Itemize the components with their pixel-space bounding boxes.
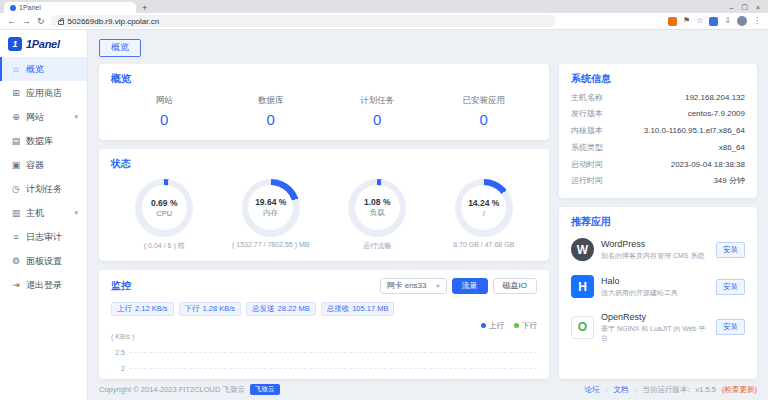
route-tab-overview[interactable]: 概览 xyxy=(99,39,141,57)
extension-orange-icon[interactable] xyxy=(668,17,677,26)
sidebar-item-database[interactable]: ▤ 数据库 xyxy=(0,129,87,153)
check-update-link[interactable]: (检查更新) xyxy=(722,385,757,395)
system-info-card: 系统信息 主机名称 192.168.204.132 发行版本 centos-7.… xyxy=(559,64,757,199)
url-text: 502669db.r9.vip.cpolar.cn xyxy=(68,17,160,26)
status-card-title: 状态 xyxy=(111,157,537,171)
logo-text: 1Panel xyxy=(26,38,60,50)
disk-io-button[interactable]: 磁盘IO xyxy=(493,278,537,294)
profile-avatar[interactable] xyxy=(737,16,747,26)
new-tab-button[interactable]: + xyxy=(142,3,147,13)
legend-up[interactable]: 上行 xyxy=(481,321,504,331)
gauge-percent: 19.64 % xyxy=(255,197,286,207)
bookmark-star-icon[interactable]: ☆ xyxy=(696,17,703,25)
sidebar-item-label: 应用商店 xyxy=(26,87,62,100)
info-row-boot-time: 启动时间 2023-09-04 18:38:38 xyxy=(571,157,745,174)
down-rate-tag: 下行1.28 KB/s xyxy=(179,302,242,316)
sidebar-item-website[interactable]: ⊕ 网站 ▾ xyxy=(0,105,87,129)
recommended-apps-title: 推荐应用 xyxy=(571,215,745,229)
main-content: 概览 概览 网站 0 数据库 0 xyxy=(88,30,768,400)
sidebar-item-logs[interactable]: ≡ 日志审计 xyxy=(0,225,87,249)
forward-icon[interactable]: → xyxy=(22,17,31,26)
info-row-release: 发行版本 centos-7.9.2009 xyxy=(571,106,745,123)
window-maximize-icon[interactable]: ▢ xyxy=(741,3,748,11)
stat-database[interactable]: 数据库 0 xyxy=(218,95,325,128)
install-halo-button[interactable]: 安装 xyxy=(716,279,745,295)
install-openresty-button[interactable]: 安装 xyxy=(716,319,745,335)
footer-brand-badge[interactable]: 飞致云 xyxy=(250,384,280,394)
window-close-icon[interactable]: × xyxy=(756,4,760,11)
reload-icon[interactable]: ↻ xyxy=(37,17,45,26)
sidebar-item-overview[interactable]: ⌂ 概览 xyxy=(0,57,87,81)
sidebar-item-container[interactable]: ▣ 容器 xyxy=(0,153,87,177)
gridline xyxy=(129,352,537,353)
docs-link[interactable]: 文档 xyxy=(614,385,629,395)
stat-installed-apps[interactable]: 已安装应用 0 xyxy=(431,95,538,128)
total-sent-tag: 总发送28.22 MB xyxy=(246,302,316,316)
sidebar-item-logout[interactable]: ⇥ 退出登录 xyxy=(0,273,87,297)
container-icon: ▣ xyxy=(11,160,21,170)
openresty-icon: O xyxy=(571,316,594,339)
gauge-percent: 0.69 % xyxy=(151,198,177,208)
chevron-down-icon: ▾ xyxy=(74,113,78,121)
gauge-center: 19.64 % 内存 xyxy=(248,185,293,230)
gauge-percent: 1.08 % xyxy=(364,197,390,207)
sidebar-nav: ⌂ 概览 ⊞ 应用商店 ⊕ 网站 ▾ ▤ 数据库 ▣ 容 xyxy=(0,57,87,297)
install-wordpress-button[interactable]: 安装 xyxy=(716,242,745,258)
tab-favicon xyxy=(10,5,16,11)
grid-icon: ⊞ xyxy=(11,88,21,98)
traffic-button[interactable]: 流量 xyxy=(452,278,488,294)
logo-shield-icon: 1 xyxy=(8,37,22,51)
info-row-uptime: 运行时间 349 分钟 xyxy=(571,173,745,190)
overview-card: 概览 网站 0 数据库 0 计划任务 xyxy=(99,64,549,140)
home-icon: ⌂ xyxy=(11,64,21,74)
legend-down[interactable]: 下行 xyxy=(514,321,537,331)
app-item-openresty: O OpenResty 基于 NGINX 和 LuaJIT 的 Web 平台 安… xyxy=(571,305,745,349)
gauge-subtext: 运行流畅 xyxy=(363,241,391,251)
sidebar-item-app-store[interactable]: ⊞ 应用商店 xyxy=(0,81,87,105)
nic-select[interactable]: 网卡 ens33 ▾ xyxy=(380,278,447,294)
gauge-ring: 19.64 % 内存 xyxy=(242,179,300,237)
monitor-card-title: 监控 xyxy=(111,279,131,293)
load-gauge[interactable]: 1.08 % 负载 运行流畅 xyxy=(324,179,431,251)
globe-icon: ⊕ xyxy=(11,112,21,122)
disk-gauge[interactable]: 14.24 % / 8.70 GB / 47.68 GB xyxy=(431,179,538,251)
browser-menu-icon[interactable]: ⋮ xyxy=(753,17,761,25)
browser-window: 1Panel + – ▢ × ← → ↻ 502669db.r9.vip.cpo… xyxy=(0,0,768,400)
sidebar-item-settings[interactable]: ⚙ 面板设置 xyxy=(0,249,87,273)
sidebar-item-cronjob[interactable]: ◷ 计划任务 xyxy=(0,177,87,201)
flag-icon[interactable]: ⚑ xyxy=(683,17,690,25)
forum-link[interactable]: 论坛 xyxy=(585,385,600,395)
logout-icon: ⇥ xyxy=(11,280,21,290)
lock-icon xyxy=(58,20,64,25)
route-tabs: 概览 xyxy=(99,36,757,57)
extension-blue-icon[interactable] xyxy=(709,17,718,26)
sidebar-item-label: 退出登录 xyxy=(26,279,62,292)
gauge-percent: 14.24 % xyxy=(468,198,499,208)
halo-icon: H xyxy=(571,275,594,298)
footer: Copyright © 2014-2023 FIT2CLOUD 飞致云 飞致云 … xyxy=(99,379,757,400)
window-minimize-icon[interactable]: – xyxy=(729,4,733,11)
back-icon[interactable]: ← xyxy=(7,17,16,26)
overview-card-title: 概览 xyxy=(111,72,537,86)
stat-cronjob[interactable]: 计划任务 0 xyxy=(324,95,431,128)
traffic-stats: 上行2.12 KB/s 下行1.28 KB/s 总发送28.22 MB 总接收1… xyxy=(111,302,537,316)
sidebar-item-label: 面板设置 xyxy=(26,255,62,268)
sidebar-item-host[interactable]: ▥ 主机 ▾ xyxy=(0,201,87,225)
browser-tab[interactable]: 1Panel xyxy=(4,2,136,13)
gauge-label: 内存 xyxy=(263,208,278,218)
legend-down-dot xyxy=(514,323,519,328)
download-icon[interactable]: ⇩ xyxy=(724,17,731,25)
monitor-card: 监控 网卡 ens33 ▾ 流量 磁盘IO xyxy=(99,270,549,380)
cpu-gauge[interactable]: 0.69 % CPU ( 0.04 / 6 ) 核 xyxy=(111,179,218,251)
host-icon: ▥ xyxy=(11,208,21,218)
sidebar-item-label: 网站 xyxy=(26,111,44,124)
stat-website[interactable]: 网站 0 xyxy=(111,95,218,128)
memory-gauge[interactable]: 19.64 % 内存 ( 1532.77 / 7802.55 ) MB xyxy=(218,179,325,251)
recommended-apps-card: 推荐应用 W WordPress 知名的博客及内容管理 CMS 系统 安装 H xyxy=(559,207,757,379)
gauge-center: 14.24 % / xyxy=(461,185,506,230)
status-card: 状态 0.69 % CPU ( 0.04 / 6 ) 核 xyxy=(99,149,549,261)
browser-address-bar: ← → ↻ 502669db.r9.vip.cpolar.cn ⚑ ☆ ⇩ ⋮ xyxy=(0,13,768,30)
logo[interactable]: 1 1Panel xyxy=(0,30,87,57)
address-input[interactable]: 502669db.r9.vip.cpolar.cn xyxy=(51,15,556,27)
legend-up-dot xyxy=(481,323,486,328)
